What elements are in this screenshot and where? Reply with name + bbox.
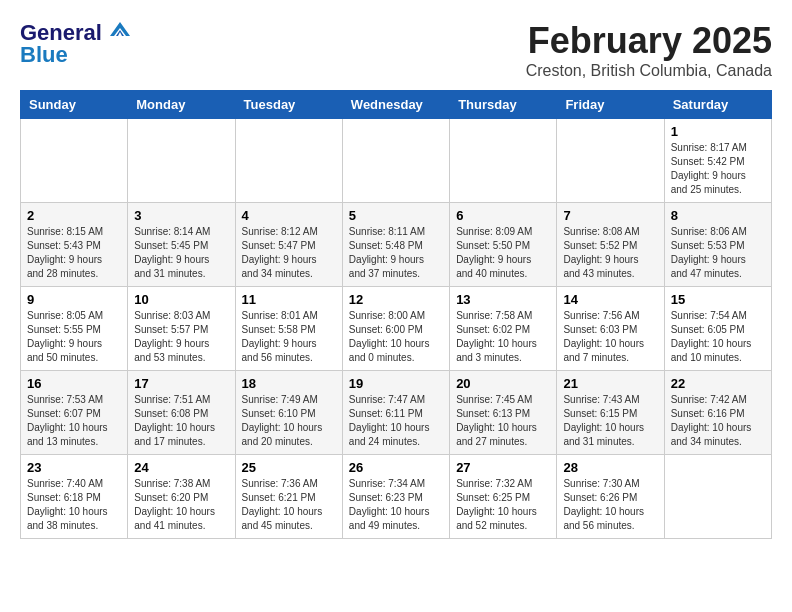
calendar-cell: 26Sunrise: 7:34 AM Sunset: 6:23 PM Dayli… bbox=[342, 455, 449, 539]
day-info: Sunrise: 7:51 AM Sunset: 6:08 PM Dayligh… bbox=[134, 393, 228, 449]
day-number: 10 bbox=[134, 292, 228, 307]
day-number: 12 bbox=[349, 292, 443, 307]
calendar-cell: 1Sunrise: 8:17 AM Sunset: 5:42 PM Daylig… bbox=[664, 119, 771, 203]
calendar-header-row: SundayMondayTuesdayWednesdayThursdayFrid… bbox=[21, 91, 772, 119]
day-info: Sunrise: 8:09 AM Sunset: 5:50 PM Dayligh… bbox=[456, 225, 550, 281]
page-header: General Blue February 2025 Creston, Brit… bbox=[20, 20, 772, 80]
calendar-week-4: 16Sunrise: 7:53 AM Sunset: 6:07 PM Dayli… bbox=[21, 371, 772, 455]
day-number: 9 bbox=[27, 292, 121, 307]
weekday-header-tuesday: Tuesday bbox=[235, 91, 342, 119]
day-number: 28 bbox=[563, 460, 657, 475]
calendar-table: SundayMondayTuesdayWednesdayThursdayFrid… bbox=[20, 90, 772, 539]
location-title: Creston, British Columbia, Canada bbox=[526, 62, 772, 80]
calendar-week-5: 23Sunrise: 7:40 AM Sunset: 6:18 PM Dayli… bbox=[21, 455, 772, 539]
day-number: 18 bbox=[242, 376, 336, 391]
day-number: 6 bbox=[456, 208, 550, 223]
calendar-cell: 19Sunrise: 7:47 AM Sunset: 6:11 PM Dayli… bbox=[342, 371, 449, 455]
day-number: 8 bbox=[671, 208, 765, 223]
month-title: February 2025 bbox=[526, 20, 772, 62]
calendar-cell: 10Sunrise: 8:03 AM Sunset: 5:57 PM Dayli… bbox=[128, 287, 235, 371]
calendar-cell: 11Sunrise: 8:01 AM Sunset: 5:58 PM Dayli… bbox=[235, 287, 342, 371]
day-number: 16 bbox=[27, 376, 121, 391]
day-info: Sunrise: 7:32 AM Sunset: 6:25 PM Dayligh… bbox=[456, 477, 550, 533]
calendar-cell: 16Sunrise: 7:53 AM Sunset: 6:07 PM Dayli… bbox=[21, 371, 128, 455]
calendar-cell: 17Sunrise: 7:51 AM Sunset: 6:08 PM Dayli… bbox=[128, 371, 235, 455]
svg-marker-0 bbox=[110, 22, 130, 36]
day-info: Sunrise: 7:47 AM Sunset: 6:11 PM Dayligh… bbox=[349, 393, 443, 449]
calendar-cell: 2Sunrise: 8:15 AM Sunset: 5:43 PM Daylig… bbox=[21, 203, 128, 287]
calendar-cell bbox=[342, 119, 449, 203]
calendar-cell: 28Sunrise: 7:30 AM Sunset: 6:26 PM Dayli… bbox=[557, 455, 664, 539]
calendar-cell: 18Sunrise: 7:49 AM Sunset: 6:10 PM Dayli… bbox=[235, 371, 342, 455]
calendar-cell: 8Sunrise: 8:06 AM Sunset: 5:53 PM Daylig… bbox=[664, 203, 771, 287]
calendar-cell bbox=[450, 119, 557, 203]
day-info: Sunrise: 8:06 AM Sunset: 5:53 PM Dayligh… bbox=[671, 225, 765, 281]
day-number: 13 bbox=[456, 292, 550, 307]
day-info: Sunrise: 8:12 AM Sunset: 5:47 PM Dayligh… bbox=[242, 225, 336, 281]
day-number: 7 bbox=[563, 208, 657, 223]
calendar-cell: 9Sunrise: 8:05 AM Sunset: 5:55 PM Daylig… bbox=[21, 287, 128, 371]
weekday-header-monday: Monday bbox=[128, 91, 235, 119]
weekday-header-thursday: Thursday bbox=[450, 91, 557, 119]
day-info: Sunrise: 7:58 AM Sunset: 6:02 PM Dayligh… bbox=[456, 309, 550, 365]
day-info: Sunrise: 8:15 AM Sunset: 5:43 PM Dayligh… bbox=[27, 225, 121, 281]
day-info: Sunrise: 7:38 AM Sunset: 6:20 PM Dayligh… bbox=[134, 477, 228, 533]
day-info: Sunrise: 7:30 AM Sunset: 6:26 PM Dayligh… bbox=[563, 477, 657, 533]
logo-icon bbox=[106, 20, 134, 40]
day-info: Sunrise: 8:01 AM Sunset: 5:58 PM Dayligh… bbox=[242, 309, 336, 365]
day-number: 1 bbox=[671, 124, 765, 139]
calendar-cell: 21Sunrise: 7:43 AM Sunset: 6:15 PM Dayli… bbox=[557, 371, 664, 455]
calendar-cell: 4Sunrise: 8:12 AM Sunset: 5:47 PM Daylig… bbox=[235, 203, 342, 287]
day-number: 3 bbox=[134, 208, 228, 223]
day-number: 25 bbox=[242, 460, 336, 475]
day-info: Sunrise: 7:49 AM Sunset: 6:10 PM Dayligh… bbox=[242, 393, 336, 449]
day-info: Sunrise: 7:45 AM Sunset: 6:13 PM Dayligh… bbox=[456, 393, 550, 449]
day-number: 14 bbox=[563, 292, 657, 307]
day-number: 26 bbox=[349, 460, 443, 475]
day-number: 19 bbox=[349, 376, 443, 391]
day-info: Sunrise: 7:43 AM Sunset: 6:15 PM Dayligh… bbox=[563, 393, 657, 449]
calendar-cell: 25Sunrise: 7:36 AM Sunset: 6:21 PM Dayli… bbox=[235, 455, 342, 539]
day-info: Sunrise: 7:53 AM Sunset: 6:07 PM Dayligh… bbox=[27, 393, 121, 449]
day-info: Sunrise: 7:56 AM Sunset: 6:03 PM Dayligh… bbox=[563, 309, 657, 365]
calendar-cell bbox=[664, 455, 771, 539]
day-info: Sunrise: 8:14 AM Sunset: 5:45 PM Dayligh… bbox=[134, 225, 228, 281]
day-info: Sunrise: 8:05 AM Sunset: 5:55 PM Dayligh… bbox=[27, 309, 121, 365]
day-number: 5 bbox=[349, 208, 443, 223]
day-number: 4 bbox=[242, 208, 336, 223]
day-number: 23 bbox=[27, 460, 121, 475]
day-info: Sunrise: 8:17 AM Sunset: 5:42 PM Dayligh… bbox=[671, 141, 765, 197]
day-info: Sunrise: 7:54 AM Sunset: 6:05 PM Dayligh… bbox=[671, 309, 765, 365]
calendar-cell bbox=[21, 119, 128, 203]
weekday-header-friday: Friday bbox=[557, 91, 664, 119]
calendar-cell: 12Sunrise: 8:00 AM Sunset: 6:00 PM Dayli… bbox=[342, 287, 449, 371]
day-number: 22 bbox=[671, 376, 765, 391]
day-info: Sunrise: 7:34 AM Sunset: 6:23 PM Dayligh… bbox=[349, 477, 443, 533]
calendar-cell bbox=[235, 119, 342, 203]
calendar-cell: 13Sunrise: 7:58 AM Sunset: 6:02 PM Dayli… bbox=[450, 287, 557, 371]
logo-text-general: General bbox=[20, 20, 102, 45]
calendar-cell: 5Sunrise: 8:11 AM Sunset: 5:48 PM Daylig… bbox=[342, 203, 449, 287]
day-number: 17 bbox=[134, 376, 228, 391]
calendar-cell: 27Sunrise: 7:32 AM Sunset: 6:25 PM Dayli… bbox=[450, 455, 557, 539]
logo: General Blue bbox=[20, 20, 134, 68]
calendar-cell bbox=[128, 119, 235, 203]
calendar-week-1: 1Sunrise: 8:17 AM Sunset: 5:42 PM Daylig… bbox=[21, 119, 772, 203]
day-number: 11 bbox=[242, 292, 336, 307]
day-info: Sunrise: 8:11 AM Sunset: 5:48 PM Dayligh… bbox=[349, 225, 443, 281]
calendar-cell: 22Sunrise: 7:42 AM Sunset: 6:16 PM Dayli… bbox=[664, 371, 771, 455]
weekday-header-sunday: Sunday bbox=[21, 91, 128, 119]
calendar-week-3: 9Sunrise: 8:05 AM Sunset: 5:55 PM Daylig… bbox=[21, 287, 772, 371]
day-number: 15 bbox=[671, 292, 765, 307]
calendar-week-2: 2Sunrise: 8:15 AM Sunset: 5:43 PM Daylig… bbox=[21, 203, 772, 287]
calendar-cell: 7Sunrise: 8:08 AM Sunset: 5:52 PM Daylig… bbox=[557, 203, 664, 287]
calendar-cell: 15Sunrise: 7:54 AM Sunset: 6:05 PM Dayli… bbox=[664, 287, 771, 371]
day-number: 20 bbox=[456, 376, 550, 391]
day-number: 27 bbox=[456, 460, 550, 475]
calendar-cell: 3Sunrise: 8:14 AM Sunset: 5:45 PM Daylig… bbox=[128, 203, 235, 287]
day-info: Sunrise: 7:36 AM Sunset: 6:21 PM Dayligh… bbox=[242, 477, 336, 533]
calendar-cell: 20Sunrise: 7:45 AM Sunset: 6:13 PM Dayli… bbox=[450, 371, 557, 455]
weekday-header-saturday: Saturday bbox=[664, 91, 771, 119]
day-info: Sunrise: 7:40 AM Sunset: 6:18 PM Dayligh… bbox=[27, 477, 121, 533]
calendar-cell bbox=[557, 119, 664, 203]
